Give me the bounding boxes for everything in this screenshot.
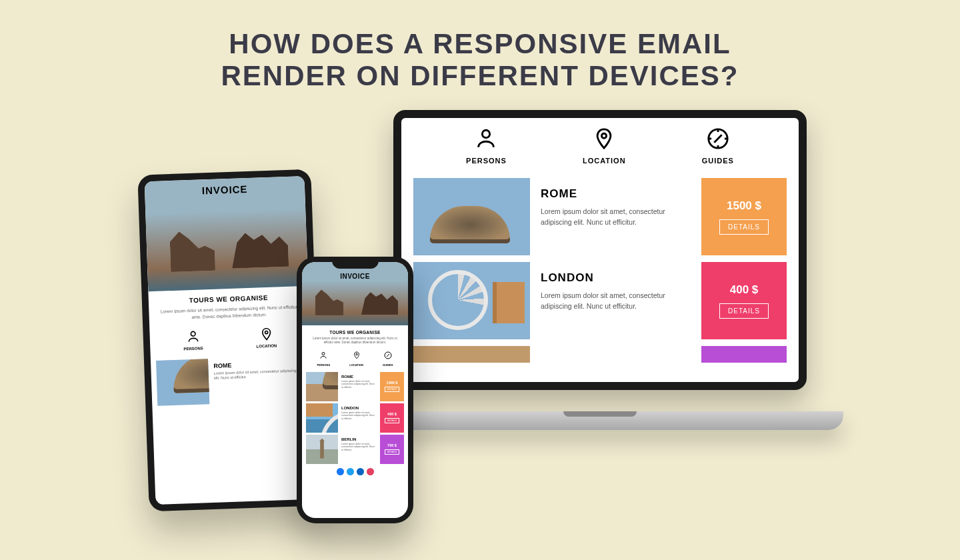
location-icon xyxy=(259,327,273,341)
phone-hero: INVOICE xyxy=(302,262,408,325)
berlin-image xyxy=(306,435,338,464)
details-button[interactable]: DETAILS xyxy=(385,418,399,423)
tablet-hero: INVOICE xyxy=(145,176,309,291)
laptop-icon-row: PERSONS LOCATION GUIDES xyxy=(401,118,799,171)
section-heading: TOURS WE ORGANISE xyxy=(157,293,301,305)
section-heading: TOURS WE ORGANISE xyxy=(309,330,401,335)
icon-guides: GUIDES xyxy=(702,127,734,165)
price-block: 1500 $ DETAILS xyxy=(380,372,404,401)
price-amount: 400 $ xyxy=(730,283,759,297)
details-button[interactable]: DETAILS xyxy=(719,303,769,319)
location-label: LOCATION xyxy=(349,363,363,367)
icon-location: LOCATION xyxy=(583,127,626,165)
icon-persons: PERSONS xyxy=(317,350,331,367)
phone-row-rome: ROME Lorem ipsum dolor sit amet, consect… xyxy=(306,372,404,401)
laptop-screen: PERSONS LOCATION GUIDES ROME Lorem ipsum… xyxy=(393,110,807,390)
instagram-icon[interactable] xyxy=(367,468,374,475)
rome-image xyxy=(413,178,530,255)
tablet-row-rome: ROME Lorem ipsum dolor sit amet, consect… xyxy=(156,355,307,406)
partial-image xyxy=(413,346,530,363)
person-icon xyxy=(319,351,327,359)
city-desc: Lorem ipsum dolor sit amet, consectetur … xyxy=(341,380,377,389)
icon-persons: PERSONS xyxy=(466,127,507,165)
guides-label: GUIDES xyxy=(383,363,393,367)
price-block: 400 $ DETAILS xyxy=(701,262,787,339)
laptop-device: PERSONS LOCATION GUIDES ROME Lorem ipsum… xyxy=(393,110,807,430)
tablet-screen: INVOICE TOURS WE ORGANISE Lorem ipsum do… xyxy=(145,176,316,505)
icon-location: LOCATION xyxy=(349,350,363,367)
partial-price xyxy=(701,346,787,363)
phone-screen: INVOICE TOURS WE ORGANISE Lorem ipsum do… xyxy=(302,262,408,518)
details-button[interactable]: DETAILS xyxy=(719,219,769,235)
tour-row-london: LONDON Lorem ipsum dolor sit amet, conse… xyxy=(413,262,787,339)
city-name: BERLIN xyxy=(341,437,377,441)
tablet-icons: PERSONS LOCATION xyxy=(149,323,310,357)
linkedin-icon[interactable] xyxy=(357,468,364,475)
location-icon xyxy=(593,127,615,150)
city-name: LONDON xyxy=(341,406,377,410)
guides-label: GUIDES xyxy=(702,157,734,165)
svg-point-3 xyxy=(191,331,195,336)
icon-location: LOCATION xyxy=(256,327,277,348)
laptop-base xyxy=(357,411,843,430)
city-name: LONDON xyxy=(541,271,691,285)
location-label: LOCATION xyxy=(583,157,626,165)
details-button[interactable]: DETAILS xyxy=(385,387,399,392)
facebook-icon[interactable] xyxy=(337,468,344,475)
rome-image xyxy=(306,372,338,401)
svg-point-4 xyxy=(265,331,267,333)
location-icon xyxy=(353,351,361,359)
phone-row-london: LONDON Lorem ipsum dolor sit amet, conse… xyxy=(306,403,404,433)
location-label: LOCATION xyxy=(256,343,277,348)
compass-icon xyxy=(384,351,392,359)
price-amount: 400 $ xyxy=(387,412,397,416)
city-desc: Lorem ipsum dolor sit amet, consectetur … xyxy=(214,368,301,381)
tablet-device: INVOICE TOURS WE ORGANISE Lorem ipsum do… xyxy=(137,169,322,512)
tour-text: BERLIN Lorem ipsum dolor sit amet, conse… xyxy=(338,435,380,464)
section-text: Lorem ipsum dolor sit amet, consectetur … xyxy=(309,337,401,345)
title-line1: HOW DOES A RESPONSIVE EMAIL xyxy=(229,28,731,59)
tour-text: LONDON Lorem ipsum dolor sit amet, conse… xyxy=(338,403,380,433)
phone-icons: PERSONS LOCATION GUIDES xyxy=(302,349,408,370)
twitter-icon[interactable] xyxy=(347,468,354,475)
city-name: ROME xyxy=(541,187,691,201)
tour-text: ROME Lorem ipsum dolor sit amet, consect… xyxy=(530,178,701,255)
city-desc: Lorem ipsum dolor sit amet, consectetur … xyxy=(341,443,377,452)
title-line2: RENDER ON DIFFERENT DEVICES? xyxy=(221,60,739,91)
price-block: 400 $ DETAILS xyxy=(380,403,404,433)
person-icon xyxy=(186,329,200,343)
svg-point-1 xyxy=(602,133,607,138)
price-block: 1500 $ DETAILS xyxy=(701,178,787,255)
city-desc: Lorem ipsum dolor sit amet, consectetur … xyxy=(341,411,377,421)
london-image xyxy=(413,262,530,339)
invoice-heading: INVOICE xyxy=(302,262,408,280)
tours-section: TOURS WE ORGANISE Lorem ipsum dolor sit … xyxy=(148,286,309,329)
price-amount: 1500 $ xyxy=(727,199,761,213)
tour-text: ROME Lorem ipsum dolor sit amet, consect… xyxy=(208,355,307,404)
tour-row-partial xyxy=(413,346,787,363)
london-image xyxy=(306,403,338,433)
invoice-heading: INVOICE xyxy=(145,176,305,198)
compass-icon xyxy=(707,127,729,150)
city-name: ROME xyxy=(341,375,377,379)
tour-text: ROME Lorem ipsum dolor sit amet, consect… xyxy=(338,372,380,401)
tours-section: TOURS WE ORGANISE Lorem ipsum dolor sit … xyxy=(302,325,408,349)
person-icon xyxy=(475,127,497,150)
svg-point-5 xyxy=(322,352,325,355)
section-text: Lorem ipsum dolor sit amet, consectetur … xyxy=(157,303,301,321)
icon-guides: GUIDES xyxy=(383,350,393,367)
rome-image xyxy=(156,359,209,406)
partial-text xyxy=(530,346,701,363)
page-title: HOW DOES A RESPONSIVE EMAIL RENDER ON DI… xyxy=(0,0,960,93)
price-amount: 1500 $ xyxy=(387,381,398,385)
city-name: ROME xyxy=(213,359,300,369)
price-block: 700 $ DETAILS xyxy=(380,435,404,464)
phone-device: INVOICE TOURS WE ORGANISE Lorem ipsum do… xyxy=(297,257,413,523)
city-desc: Lorem ipsum dolor sit amet, consectetur … xyxy=(541,206,691,228)
social-icons xyxy=(302,464,408,479)
persons-label: PERSONS xyxy=(466,157,507,165)
icon-persons: PERSONS xyxy=(183,329,203,351)
tour-text: LONDON Lorem ipsum dolor sit amet, conse… xyxy=(530,262,701,339)
details-button[interactable]: DETAILS xyxy=(385,449,399,455)
phone-row-berlin: BERLIN Lorem ipsum dolor sit amet, conse… xyxy=(306,435,404,464)
